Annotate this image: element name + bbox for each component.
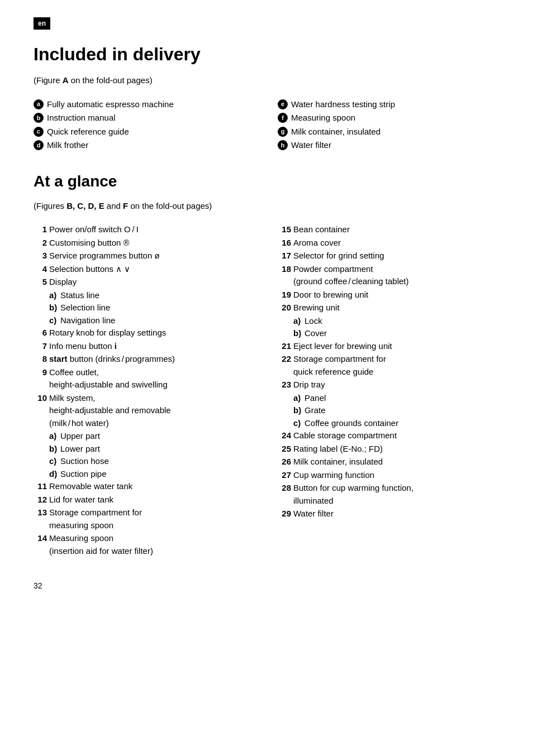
glance-item: 8start button (drinks / programmes): [34, 353, 255, 366]
glance-item-row: 22Storage compartment forquick reference…: [278, 353, 499, 378]
glance-sub-item: d)Suction pipe: [49, 468, 255, 481]
glance-item-row: 24Cable storage compartment: [278, 429, 499, 442]
item-letter: d: [34, 140, 44, 150]
item-number: 17: [278, 250, 291, 262]
glance-sub-item: b)Grate: [293, 404, 499, 417]
sub-text: Suction pipe: [60, 468, 107, 481]
item-number: 18: [278, 263, 291, 276]
glance-item: 6Rotary knob for display settings: [34, 327, 255, 339]
delivery-item: gMilk container, insulated: [278, 126, 499, 138]
item-text: Milk system,height-adjustable and remova…: [49, 392, 255, 430]
item-text: Cable storage compartment: [293, 429, 499, 442]
glance-item: 25Rating label (E-No.; FD): [278, 443, 499, 456]
item-text: Display: [49, 276, 255, 289]
item-letter: e: [278, 99, 288, 109]
item-text: Lid for water tank: [49, 494, 255, 506]
section2-items: 1Power on/off switch O / I2Customising b…: [34, 223, 499, 558]
glance-item: 21Eject lever for brewing unit: [278, 340, 499, 353]
glance-item-row: 26Milk container, insulated: [278, 456, 499, 468]
glance-sub-item: b)Cover: [293, 327, 499, 340]
sub-label: a): [49, 289, 58, 302]
sub-text: Lower part: [60, 443, 100, 456]
glance-item-row: 9Coffee outlet,height-adjustable and swi…: [34, 366, 255, 391]
lang-badge: en: [34, 17, 50, 30]
item-number: 14: [34, 532, 47, 545]
item-text: Service programmes button ø: [49, 250, 255, 262]
glance-item: 16Aroma cover: [278, 237, 499, 250]
glance-item-row: 3Service programmes button ø: [34, 250, 255, 262]
item-text: Milk frother: [47, 139, 88, 152]
item-number: 24: [278, 429, 291, 442]
glance-item: 20Brewing unita)Lockb)Cover: [278, 302, 499, 340]
item-text: Power on/off switch O / I: [49, 223, 255, 236]
item-number: 8: [34, 353, 47, 366]
item-number: 27: [278, 469, 291, 482]
item-text: Storage compartment forquick reference g…: [293, 353, 499, 378]
glance-item: 10Milk system,height-adjustable and remo…: [34, 392, 255, 481]
glance-item-row: 11Removable water tank: [34, 480, 255, 493]
glance-item: 19Door to brewing unit: [278, 289, 499, 302]
glance-item: 29Water filter: [278, 508, 499, 520]
glance-item: 4Selection buttons ∧ ∨: [34, 263, 255, 276]
glance-item-row: 16Aroma cover: [278, 237, 499, 250]
sub-label: c): [293, 417, 302, 430]
sub-text: Upper part: [60, 430, 100, 443]
glance-item: 11Removable water tank: [34, 480, 255, 493]
item-text: Eject lever for brewing unit: [293, 340, 499, 353]
glance-item-row: 29Water filter: [278, 508, 499, 520]
item-text: Powder compartment(ground coffee / clean…: [293, 263, 499, 288]
glance-item-row: 7Info menu button i: [34, 340, 255, 353]
glance-item-row: 14Measuring spoon(insertion aid for wate…: [34, 532, 255, 557]
item-text: Bean container: [293, 223, 499, 236]
section1-items: aFully automatic espresso machinebInstru…: [34, 98, 499, 153]
item-text: Cup warming function: [293, 469, 499, 482]
glance-item: 1Power on/off switch O / I: [34, 223, 255, 236]
glance-item-row: 8start button (drinks / programmes): [34, 353, 255, 366]
item-text: Removable water tank: [49, 480, 255, 493]
item-number: 2: [34, 237, 47, 250]
delivery-item: cQuick reference guide: [34, 126, 255, 138]
item-letter: b: [34, 113, 44, 123]
item-letter: f: [278, 113, 288, 123]
item-text: Aroma cover: [293, 237, 499, 250]
item-number: 20: [278, 302, 291, 314]
glance-item: 24Cable storage compartment: [278, 429, 499, 442]
item-text: Selection buttons ∧ ∨: [49, 263, 255, 276]
glance-item-row: 6Rotary knob for display settings: [34, 327, 255, 339]
item-text: Fully automatic espresso machine: [47, 98, 174, 111]
glance-item-row: 2Customising button ®: [34, 237, 255, 250]
glance-item: 12Lid for water tank: [34, 494, 255, 506]
glance-item-row: 12Lid for water tank: [34, 494, 255, 506]
sub-label: b): [293, 327, 302, 340]
sub-label: b): [49, 302, 58, 314]
sub-label: a): [293, 315, 302, 328]
delivery-item: dMilk frother: [34, 139, 255, 152]
item-letter: h: [278, 140, 288, 150]
sub-text: Suction hose: [60, 455, 109, 468]
item-text: Storage compartment formeasuring spoon: [49, 506, 255, 532]
item-number: 4: [34, 263, 47, 276]
item-number: 21: [278, 340, 291, 353]
glance-item: 9Coffee outlet,height-adjustable and swi…: [34, 366, 255, 391]
item-text: Instruction manual: [47, 112, 116, 125]
item-number: 3: [34, 250, 47, 262]
glance-item-row: 13Storage compartment formeasuring spoon: [34, 506, 255, 532]
glance-item: 14Measuring spoon(insertion aid for wate…: [34, 532, 255, 557]
item-number: 11: [34, 480, 47, 493]
page-number: 32: [34, 580, 499, 592]
item-number: 6: [34, 327, 47, 339]
item-letter: g: [278, 127, 288, 137]
glance-item-row: 25Rating label (E-No.; FD): [278, 443, 499, 456]
glance-item-row: 1Power on/off switch O / I: [34, 223, 255, 236]
glance-sub-item: c)Suction hose: [49, 455, 255, 468]
glance-sub-item: a)Status line: [49, 289, 255, 302]
sub-text: Grate: [304, 404, 326, 417]
glance-item: 17Selector for grind setting: [278, 250, 499, 262]
section1-subtitle: (Figure A on the fold-out pages): [34, 74, 499, 87]
glance-item-row: 18Powder compartment(ground coffee / cle…: [278, 263, 499, 288]
sub-text: Cover: [304, 327, 327, 340]
sub-text: Status line: [60, 289, 99, 302]
glance-item-row: 17Selector for grind setting: [278, 250, 499, 262]
glance-item-row: 28Button for cup warming function,illumi…: [278, 482, 499, 507]
item-text: Rotary knob for display settings: [49, 327, 255, 339]
